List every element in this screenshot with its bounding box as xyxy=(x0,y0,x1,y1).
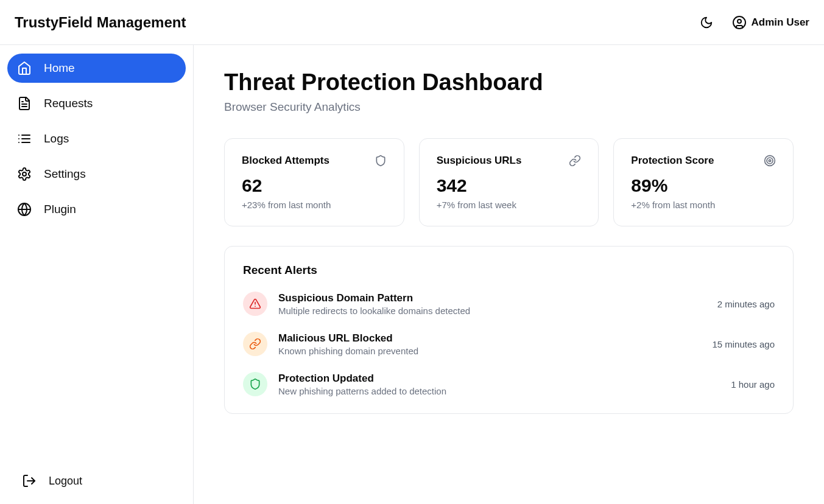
sidebar-item-label: Plugin xyxy=(44,203,76,216)
stat-card-score: Protection Score 89% +2% from last month xyxy=(613,138,794,226)
alert-desc: Known phishing domain prevented xyxy=(278,346,701,356)
nav-items: Home Requests Logs Settings Plugin xyxy=(7,54,186,224)
sidebar-item-label: Settings xyxy=(44,167,86,181)
home-icon xyxy=(17,61,32,75)
shield-icon xyxy=(249,378,261,390)
link-icon xyxy=(569,155,581,167)
list-icon xyxy=(17,131,32,146)
logout-icon xyxy=(22,474,37,488)
alert-time: 1 hour ago xyxy=(731,379,775,390)
alert-time: 2 minutes ago xyxy=(717,299,775,309)
alert-item[interactable]: Suspicious Domain Pattern Multiple redir… xyxy=(243,292,775,316)
stat-change: +23% from last month xyxy=(242,200,387,210)
alert-title: Malicious URL Blocked xyxy=(278,332,701,345)
sidebar-item-label: Logs xyxy=(44,132,69,145)
sidebar: Home Requests Logs Settings Plugin Logou… xyxy=(0,45,194,504)
page-title: Threat Protection Dashboard xyxy=(224,69,794,96)
stat-card-blocked: Blocked Attempts 62 +23% from last month xyxy=(224,138,404,226)
gear-icon xyxy=(17,167,32,181)
sidebar-item-settings[interactable]: Settings xyxy=(7,159,186,189)
theme-toggle-button[interactable] xyxy=(695,12,717,33)
alert-desc: Multiple redirects to lookalike domains … xyxy=(278,306,706,316)
sidebar-item-logs[interactable]: Logs xyxy=(7,124,186,153)
sidebar-item-plugin[interactable]: Plugin xyxy=(7,195,186,224)
alert-desc: New phishing patterns added to detection xyxy=(278,386,720,396)
svg-point-13 xyxy=(769,159,770,161)
stat-card-suspicious: Suspicious URLs 342 +7% from last week xyxy=(419,138,599,226)
alert-icon-wrap xyxy=(243,292,267,316)
alert-item[interactable]: Malicious URL Blocked Known phishing dom… xyxy=(243,332,775,356)
target-icon xyxy=(764,155,776,167)
moon-icon xyxy=(700,16,713,29)
sidebar-item-label: Home xyxy=(44,61,75,75)
stat-change: +7% from last week xyxy=(437,200,582,210)
alert-time: 15 minutes ago xyxy=(712,339,775,349)
logout-label: Logout xyxy=(49,475,82,488)
sidebar-item-requests[interactable]: Requests xyxy=(7,89,186,118)
alert-item[interactable]: Protection Updated New phishing patterns… xyxy=(243,372,775,396)
stat-label: Protection Score xyxy=(631,155,714,167)
sidebar-item-home[interactable]: Home xyxy=(7,54,186,83)
alerts-card: Recent Alerts Suspicious Domain Pattern … xyxy=(224,246,794,414)
sidebar-item-label: Requests xyxy=(44,97,93,110)
warning-icon xyxy=(249,298,261,310)
svg-point-12 xyxy=(767,158,773,164)
alert-icon-wrap xyxy=(243,332,267,356)
stat-label: Suspicious URLs xyxy=(437,155,522,167)
svg-point-8 xyxy=(23,172,26,176)
header-right: Admin User xyxy=(695,12,809,33)
link-icon xyxy=(249,338,261,350)
user-name: Admin User xyxy=(752,16,809,29)
svg-point-1 xyxy=(738,19,741,23)
file-icon xyxy=(17,96,32,111)
page-subtitle: Browser Security Analytics xyxy=(224,100,794,114)
main-content: Threat Protection Dashboard Browser Secu… xyxy=(194,45,824,504)
stats-grid: Blocked Attempts 62 +23% from last month… xyxy=(224,138,794,226)
alert-title: Suspicious Domain Pattern xyxy=(278,292,706,304)
logout-button[interactable]: Logout xyxy=(7,466,186,495)
stat-value: 342 xyxy=(437,175,582,196)
stat-value: 89% xyxy=(631,175,776,196)
alert-title: Protection Updated xyxy=(278,373,720,385)
globe-icon xyxy=(17,202,32,217)
user-info[interactable]: Admin User xyxy=(732,15,809,30)
alert-icon-wrap xyxy=(243,372,267,396)
alerts-title: Recent Alerts xyxy=(243,264,775,277)
shield-icon xyxy=(375,155,387,167)
user-circle-icon xyxy=(732,15,747,30)
stat-value: 62 xyxy=(242,175,387,196)
stat-label: Blocked Attempts xyxy=(242,155,329,167)
app-header: TrustyField Management Admin User xyxy=(0,0,824,45)
app-title: TrustyField Management xyxy=(15,14,186,31)
stat-change: +2% from last month xyxy=(631,200,776,210)
